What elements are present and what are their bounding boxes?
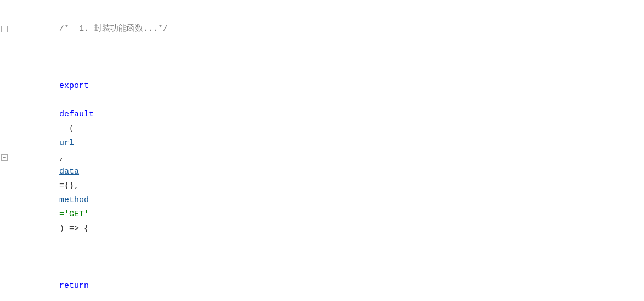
space <box>59 96 64 105</box>
line-3: − export default ( url , data ={}, metho… <box>0 65 644 250</box>
indent4 <box>59 267 70 276</box>
param-url: url <box>59 138 74 148</box>
export-kw: export <box>59 81 89 91</box>
comment-text: /* 1. 封装功能函数...*/ <box>59 24 168 34</box>
line-3-content: export default ( url , data ={}, method … <box>22 65 644 250</box>
code-editor: − /* 1. 封装功能函数...*/ − export default ( u… <box>0 0 644 301</box>
default2: ='GET' <box>59 210 89 219</box>
line-4-content: return new Promise (() => { <box>22 250 644 301</box>
default1: ={}, <box>59 181 89 191</box>
line-2-content <box>22 51 644 65</box>
comma1: , <box>59 153 74 162</box>
param-method: method <box>59 196 89 205</box>
space2: ( <box>59 124 74 133</box>
space-r <box>59 296 64 301</box>
fold-3-icon[interactable]: − <box>1 154 8 161</box>
line-1: − /* 1. 封装功能函数...*/ <box>0 8 644 51</box>
line-2 <box>0 51 644 65</box>
default-kw: default <box>59 110 94 119</box>
return-kw: return <box>59 281 89 291</box>
line-1-content: /* 1. 封装功能函数...*/ <box>22 8 644 51</box>
arrow: ) => { <box>59 224 89 233</box>
param-data: data <box>59 167 79 176</box>
fold-1-icon[interactable]: − <box>1 26 8 32</box>
line-4: − return new Promise (() => { await返回的是p… <box>0 250 644 301</box>
